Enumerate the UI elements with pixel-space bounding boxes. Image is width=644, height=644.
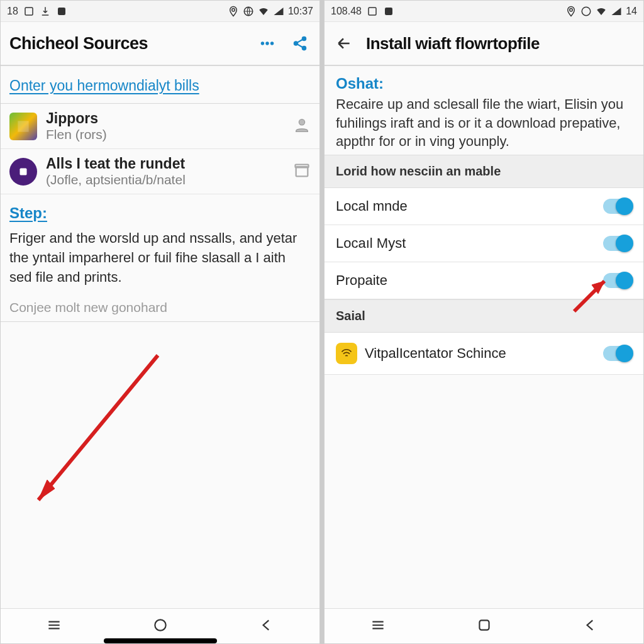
globe-icon [580, 6, 592, 17]
right-phone-frame: 108.48 14 Install wiaft flowrtopfile Osh… [324, 0, 644, 644]
toggle-row[interactable]: Propaite [325, 262, 643, 299]
signal-icon [273, 6, 284, 17]
toggle-label: Local mnde [336, 198, 408, 214]
annotation-arrow [19, 343, 170, 521]
list-item-subtitle: (Jofle, aptsientia/b/natel [46, 172, 284, 187]
page-title: Chicheol Sources [9, 34, 245, 53]
gesture-bar [104, 638, 217, 643]
svg-point-10 [299, 119, 304, 125]
list-item[interactable]: Alls I teat the rundet (Jofle, aptsienti… [1, 149, 319, 194]
svg-point-19 [570, 8, 573, 11]
back-arrow-button[interactable] [333, 33, 355, 54]
section-header: Saial [325, 299, 643, 333]
app-icon [383, 6, 394, 17]
svg-point-6 [270, 42, 273, 45]
info-heading: Oshat: [336, 75, 632, 92]
status-left-text: 18 [7, 6, 18, 17]
svg-point-7 [302, 36, 306, 40]
signal-icon [611, 6, 622, 17]
toggle-label: Locaıl Myst [336, 235, 406, 252]
wifi-icon [596, 6, 607, 17]
svg-rect-17 [369, 8, 376, 15]
toggle-switch[interactable] [603, 199, 632, 214]
app-icon [56, 6, 67, 17]
nav-bar [325, 608, 643, 643]
content-area: Onter you hermowndialyt bills Jippors Fl… [1, 66, 319, 608]
app-icon-alls [9, 158, 37, 186]
home-button[interactable] [152, 617, 169, 636]
toggle-label: Propaite [336, 272, 387, 289]
toggle-row[interactable]: Locaıl Myst [325, 225, 643, 262]
back-button[interactable] [582, 617, 599, 636]
svg-rect-1 [58, 8, 65, 15]
toggle-row[interactable]: VitpalIcentator Schince [325, 333, 643, 375]
step-heading: Step: [1, 194, 319, 225]
list-item-subtitle: Flen (rors) [46, 127, 284, 142]
clock-text: 14 [626, 6, 637, 17]
svg-point-20 [582, 7, 591, 16]
svg-point-2 [232, 8, 235, 11]
header-link[interactable]: Onter you hermowndialyt bills [1, 66, 319, 104]
toggle-switch[interactable] [603, 236, 632, 251]
home-button[interactable] [476, 617, 492, 636]
list-item[interactable]: Jippors Flen (rors) [1, 104, 319, 149]
svg-point-9 [302, 46, 306, 50]
list-item-title: Alls I teat the rundet [46, 155, 284, 172]
wifi-icon [258, 6, 269, 17]
step-paragraph: Friger and the worsld up and nssalls, an… [1, 225, 319, 294]
muted-caption: Conjee molt new gonohard [1, 294, 319, 322]
nav-bar [1, 608, 319, 643]
section-header: Lorid how nesciin an mable [325, 155, 643, 188]
svg-rect-18 [385, 8, 392, 15]
svg-line-14 [38, 355, 158, 500]
left-phone-frame: 18 10:37 Chicheol Sources Onter you herm… [0, 0, 320, 644]
svg-marker-15 [38, 480, 55, 500]
download-icon [40, 6, 51, 17]
toggle-switch[interactable] [603, 346, 632, 361]
app-icon-jippors [9, 113, 37, 140]
svg-rect-11 [20, 168, 27, 175]
svg-rect-0 [25, 8, 33, 15]
location-icon [228, 6, 239, 17]
toggle-row[interactable]: Local mnde [325, 188, 643, 225]
app-bar: Chicheol Sources [1, 22, 319, 66]
svg-point-4 [261, 42, 264, 45]
person-icon [293, 116, 311, 136]
svg-point-8 [294, 42, 298, 46]
content-area: Oshat: Recaire up and sclesall file the … [325, 66, 643, 608]
recents-button[interactable] [46, 617, 62, 636]
toggle-switch[interactable] [603, 273, 632, 288]
svg-point-16 [155, 619, 165, 630]
app-icon-vitpal [336, 343, 357, 364]
archive-icon [293, 162, 311, 182]
status-bar: 18 10:37 [1, 1, 319, 22]
back-button[interactable] [258, 617, 275, 636]
notification-icon [23, 6, 35, 17]
svg-rect-23 [479, 620, 489, 630]
share-button[interactable] [289, 33, 311, 54]
location-icon [565, 6, 577, 17]
notification-icon [367, 6, 378, 17]
globe-icon [243, 6, 254, 17]
clock-text: 10:37 [288, 6, 313, 17]
app-bar: Install wiaft flowrtopfile [325, 22, 643, 66]
status-left-text: 108.48 [331, 6, 362, 17]
page-title: Install wiaft flowrtopfile [366, 34, 635, 53]
status-bar: 108.48 14 [325, 1, 643, 22]
info-paragraph: Recaire up and sclesall file the wiart, … [336, 95, 632, 151]
toggle-label: VitpalIcentator Schince [365, 345, 506, 362]
svg-point-5 [266, 42, 269, 45]
overflow-menu-button[interactable] [257, 33, 278, 54]
list-item-title: Jippors [46, 110, 284, 127]
recents-button[interactable] [370, 617, 386, 636]
